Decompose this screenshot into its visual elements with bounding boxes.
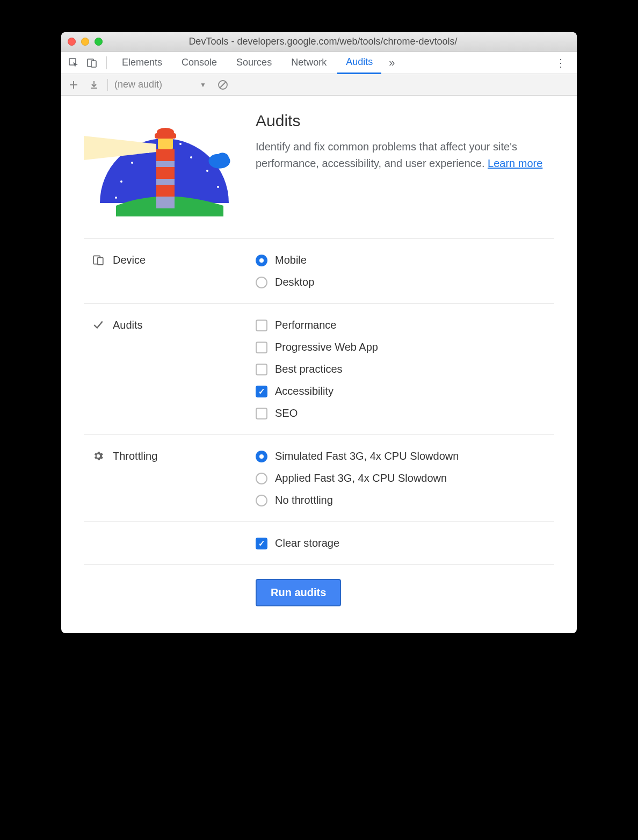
section-throttling: Throttling Simulated Fast 3G, 4x CPU Slo… xyxy=(84,435,554,522)
svg-marker-14 xyxy=(156,149,175,161)
clear-icon[interactable] xyxy=(216,78,230,92)
svg-point-4 xyxy=(131,162,133,164)
audit-select-label: (new audit) xyxy=(114,79,162,90)
tabbar-divider xyxy=(106,56,107,69)
run-audits-button[interactable]: Run audits xyxy=(256,579,341,606)
section-audits-label: Audits xyxy=(84,319,256,419)
window-title: DevTools - developers.google.com/web/too… xyxy=(103,36,570,47)
audits-options: Performance Progressive Web App Best pra… xyxy=(256,319,378,419)
svg-rect-17 xyxy=(158,137,173,149)
section-clear-storage: Clear storage xyxy=(84,522,554,565)
radio-icon xyxy=(256,473,267,484)
audit-option-performance[interactable]: Performance xyxy=(256,319,378,331)
svg-point-10 xyxy=(179,143,182,145)
window-controls xyxy=(68,38,103,46)
svg-point-19 xyxy=(157,128,174,136)
radio-icon xyxy=(256,451,267,462)
devtools-tabbar: Elements Console Sources Network Audits … xyxy=(61,52,577,74)
learn-more-link[interactable]: Learn more xyxy=(488,157,542,169)
minimize-window-button[interactable] xyxy=(81,38,89,46)
audit-option-accessibility[interactable]: Accessibility xyxy=(256,385,378,397)
radio-icon xyxy=(256,495,267,506)
svg-point-11 xyxy=(115,197,117,199)
device-toolbar-icon[interactable] xyxy=(84,55,100,71)
checkbox-icon xyxy=(256,538,267,549)
section-audits: Audits Performance Progressive Web App B… xyxy=(84,304,554,435)
tab-console[interactable]: Console xyxy=(173,52,226,74)
section-throttling-label: Throttling xyxy=(84,450,256,506)
device-option-desktop[interactable]: Desktop xyxy=(256,276,314,288)
audit-option-best-practices[interactable]: Best practices xyxy=(256,363,378,375)
svg-rect-21 xyxy=(98,258,103,265)
svg-rect-2 xyxy=(91,61,96,67)
device-option-mobile[interactable]: Mobile xyxy=(256,254,314,266)
audit-select-dropdown[interactable]: (new audit) ▼ xyxy=(114,79,206,90)
radio-icon xyxy=(256,277,267,288)
throttling-option-simulated[interactable]: Simulated Fast 3G, 4x CPU Slowdown xyxy=(256,450,459,462)
clear-storage-option-group: Clear storage xyxy=(256,537,339,549)
gear-icon xyxy=(92,450,104,462)
tab-audits[interactable]: Audits xyxy=(337,52,381,74)
audits-title: Audits xyxy=(256,112,554,130)
audits-panel: Audits Identify and fix common problems … xyxy=(61,96,577,633)
section-clear-storage-spacer xyxy=(84,537,256,549)
checkbox-icon xyxy=(256,386,267,397)
device-icon xyxy=(92,254,104,266)
tab-network[interactable]: Network xyxy=(282,52,335,74)
checkbox-icon xyxy=(256,320,267,331)
close-window-button[interactable] xyxy=(68,38,76,46)
clear-storage-option[interactable]: Clear storage xyxy=(256,537,339,549)
audit-option-seo[interactable]: SEO xyxy=(256,407,378,419)
audits-intro: Audits Identify and fix common problems … xyxy=(84,112,554,239)
checkbox-icon xyxy=(256,364,267,375)
maximize-window-button[interactable] xyxy=(95,38,103,46)
audits-toolbar: (new audit) ▼ xyxy=(61,74,577,96)
svg-marker-15 xyxy=(156,167,175,179)
chevron-down-icon: ▼ xyxy=(200,81,206,89)
svg-point-7 xyxy=(206,170,208,172)
lighthouse-illustration xyxy=(84,112,234,219)
new-audit-icon[interactable] xyxy=(67,78,81,92)
checkbox-icon xyxy=(256,342,267,353)
radio-icon xyxy=(256,255,267,266)
devtools-window: DevTools - developers.google.com/web/too… xyxy=(61,32,577,633)
svg-point-8 xyxy=(120,180,122,183)
svg-point-6 xyxy=(190,156,192,158)
device-options: Mobile Desktop xyxy=(256,254,314,288)
throttling-option-applied[interactable]: Applied Fast 3G, 4x CPU Slowdown xyxy=(256,472,459,484)
svg-marker-16 xyxy=(156,185,175,197)
devtools-menu-icon[interactable]: ⋮ xyxy=(550,56,572,69)
section-device-label: Device xyxy=(84,254,256,288)
checkbox-icon xyxy=(256,408,267,419)
tab-sources[interactable]: Sources xyxy=(228,52,280,74)
subbar-divider xyxy=(107,79,108,91)
intro-text: Audits Identify and fix common problems … xyxy=(256,112,554,172)
audits-description: Identify and fix common problems that af… xyxy=(256,139,554,172)
tab-elements[interactable]: Elements xyxy=(113,52,171,74)
audit-option-pwa[interactable]: Progressive Web App xyxy=(256,341,378,353)
tabs-overflow-icon[interactable]: » xyxy=(383,56,400,69)
check-icon xyxy=(92,319,104,331)
run-row: Run audits xyxy=(84,579,554,606)
svg-point-9 xyxy=(217,186,219,188)
throttling-option-none[interactable]: No throttling xyxy=(256,494,459,506)
throttling-options: Simulated Fast 3G, 4x CPU Slowdown Appli… xyxy=(256,450,459,506)
section-device: Device Mobile Desktop xyxy=(84,239,554,304)
window-titlebar: DevTools - developers.google.com/web/too… xyxy=(61,32,577,52)
inspect-element-icon[interactable] xyxy=(66,55,82,71)
download-icon[interactable] xyxy=(87,78,101,92)
